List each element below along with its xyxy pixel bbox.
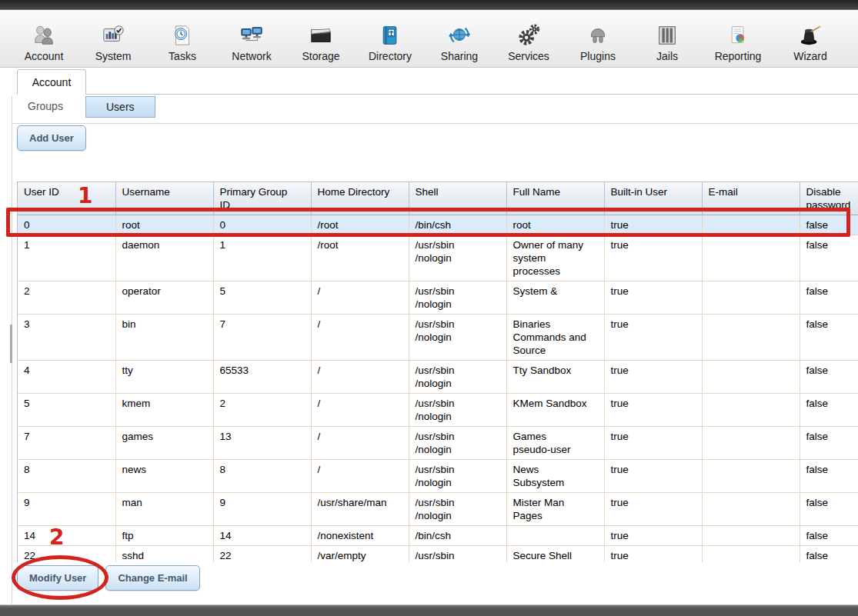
cell: 7 xyxy=(213,315,311,361)
toolbar-item-directory[interactable]: Directory xyxy=(356,23,425,62)
bottom-chrome-bar xyxy=(0,604,858,616)
table-row[interactable]: 4tty65533//usr/sbin /nologinTty Sandboxt… xyxy=(18,361,858,394)
cell: tty xyxy=(115,361,213,394)
column-header[interactable]: Username xyxy=(115,182,213,215)
cell: true xyxy=(604,281,702,315)
cell xyxy=(702,427,800,460)
cell xyxy=(702,546,800,563)
cell: /nonexistent xyxy=(311,526,409,546)
table-row[interactable]: 5kmem2//usr/sbin /nologinKMem Sandboxtru… xyxy=(18,394,858,427)
cell: 4 xyxy=(18,361,115,394)
column-header[interactable]: Primary Group ID xyxy=(213,182,311,215)
cell: / xyxy=(311,281,409,315)
cell: /usr/sbin /nologin xyxy=(409,546,506,563)
table-row[interactable]: 22sshd22/var/empty/usr/sbin /nologinSecu… xyxy=(18,546,858,563)
toolbar-item-label: Tasks xyxy=(169,50,196,62)
toolbar-item-account[interactable]: Account xyxy=(9,23,78,62)
change-email-button[interactable]: Change E-mail xyxy=(105,565,199,591)
cell: News Subsystem xyxy=(506,460,604,493)
freenas-screen: Account System xyxy=(0,0,858,616)
cell: 22 xyxy=(18,546,115,563)
toolbar-item-jails[interactable]: Jails xyxy=(633,23,702,62)
cell: false xyxy=(800,281,858,315)
toolbar-item-plugins[interactable]: Plugins xyxy=(563,23,633,62)
toolbar-item-wizard[interactable]: Wizard xyxy=(774,23,846,62)
table-row[interactable]: 14ftp14/nonexistent/bin/cshtruefalse xyxy=(18,526,858,546)
account-icon xyxy=(30,23,58,48)
cell: /usr/sbin /nologin xyxy=(409,394,506,427)
table-row[interactable]: 7games13//usr/sbin /nologinGames pseudo-… xyxy=(18,427,858,460)
toolbar-item-label: Reporting xyxy=(715,50,762,62)
table-row[interactable]: 9man9/usr/share/man/usr/sbin /nologinMis… xyxy=(18,493,858,526)
sharing-icon xyxy=(446,23,473,48)
cell: 13 xyxy=(213,427,311,460)
column-header[interactable]: Built-in User xyxy=(604,182,702,215)
subtab-users[interactable]: Users xyxy=(85,96,155,118)
table-row[interactable]: 2operator5//usr/sbin /nologinSystem &tru… xyxy=(18,281,858,315)
toolbar-item-sharing[interactable]: Sharing xyxy=(425,23,494,62)
cell xyxy=(702,460,800,493)
cell: false xyxy=(800,315,858,361)
splitter-grip-handle[interactable] xyxy=(10,325,12,363)
cell: 1 xyxy=(18,235,115,281)
toolbar-item-label: Network xyxy=(232,50,271,62)
toolbar-item-system[interactable]: System xyxy=(78,23,148,62)
cell: true xyxy=(604,460,702,493)
cell: news xyxy=(115,460,213,493)
cell: true xyxy=(604,394,702,427)
tab-account[interactable]: Account xyxy=(17,69,86,95)
toolbar-item-label: Storage xyxy=(302,50,339,62)
toolbar-item-label: Account xyxy=(25,50,64,62)
table-row[interactable]: 0root0/root/bin/cshroottruefalse xyxy=(18,215,858,235)
cell: Tty Sandbox xyxy=(506,361,604,394)
toolbar-item-reporting[interactable]: Reporting xyxy=(702,23,774,62)
toolbar-item-storage[interactable]: Storage xyxy=(286,23,356,62)
column-header[interactable]: E-mail xyxy=(702,182,800,215)
column-header[interactable]: Home Directory xyxy=(311,182,409,215)
toolbar-item-tasks[interactable]: Tasks xyxy=(148,23,217,62)
network-icon xyxy=(238,23,265,48)
cell: true xyxy=(604,235,702,281)
cell: System & xyxy=(506,281,604,315)
subtab-divider xyxy=(12,123,858,124)
cell: /bin/csh xyxy=(409,215,506,235)
cell xyxy=(702,315,800,361)
cell: Mister Man Pages xyxy=(506,493,604,526)
table-row[interactable]: 1daemon1/root/usr/sbin /nologinOwner of … xyxy=(18,235,858,281)
services-icon xyxy=(515,23,543,48)
cell: 5 xyxy=(213,281,311,315)
column-header[interactable]: Shell xyxy=(409,182,506,215)
cell: false xyxy=(800,361,858,394)
cell: daemon xyxy=(115,235,213,281)
cell xyxy=(702,493,800,526)
cell: 8 xyxy=(213,460,311,493)
cell: false xyxy=(800,427,858,460)
cell: false xyxy=(800,215,858,235)
table-row[interactable]: 3bin7//usr/sbin /nologinBinaries Command… xyxy=(18,315,858,361)
table-row[interactable]: 8news8//usr/sbin /nologinNews Subsystemt… xyxy=(18,460,858,493)
cell: Owner of many system processes xyxy=(506,235,604,281)
cell: 2 xyxy=(213,394,311,427)
column-header[interactable]: Disable password xyxy=(800,182,858,215)
cell: false xyxy=(800,460,858,493)
cell: false xyxy=(800,546,858,563)
toolbar-item-label: Jails xyxy=(656,50,678,62)
cell: 9 xyxy=(18,493,115,526)
modify-user-button[interactable]: Modify User xyxy=(17,565,98,591)
toolbar-item-label: Services xyxy=(508,50,549,62)
cell xyxy=(702,281,800,315)
cell xyxy=(702,526,800,546)
column-header[interactable]: User ID xyxy=(18,182,115,215)
cell: /usr/share/man xyxy=(311,493,409,526)
table-header-row: User IDUsernamePrimary Group IDHome Dire… xyxy=(18,182,858,215)
cell: man xyxy=(115,493,213,526)
subtab-groups[interactable]: Groups xyxy=(28,100,63,112)
cell: kmem xyxy=(115,394,213,427)
add-user-button[interactable]: Add User xyxy=(17,125,86,151)
toolbar-item-network[interactable]: Network xyxy=(217,23,286,62)
cell: 3 xyxy=(18,315,115,361)
toolbar-item-services[interactable]: Services xyxy=(494,23,563,62)
cell: / xyxy=(311,394,409,427)
column-header[interactable]: Full Name xyxy=(506,182,604,215)
main-toolbar: Account System xyxy=(0,10,858,68)
